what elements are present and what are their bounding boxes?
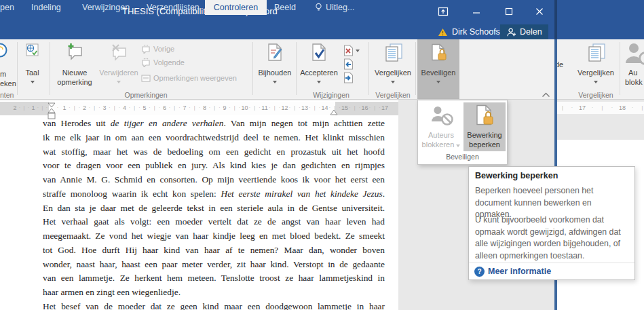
- smart-lookup-icon[interactable]: [0, 42, 9, 60]
- share-button[interactable]: Delen: [500, 24, 548, 39]
- new-comment-button[interactable]: Nieuwe opmerking: [54, 39, 95, 99]
- warning-icon: [438, 28, 448, 37]
- accept-change-icon: [310, 43, 328, 62]
- track-changes-label: Bijhouden: [255, 69, 295, 77]
- delete-comment-icon: [110, 43, 128, 62]
- language-button[interactable]: Taal: [18, 39, 47, 99]
- tab-tell-me[interactable]: Uitleg...: [315, 0, 354, 15]
- block-authors-icon[interactable]: [624, 42, 644, 65]
- maximize-button[interactable]: [499, 4, 519, 19]
- tooltip-divider: [469, 263, 634, 263]
- next-change-icon: [343, 72, 354, 83]
- background-compare-label: Vergelijken: [575, 69, 617, 77]
- accept-change-button[interactable]: Accepteren: [297, 39, 341, 99]
- ribbon-divider: [296, 42, 297, 95]
- tab-verwijzingen[interactable]: Verwijzingen: [82, 0, 130, 15]
- track-changes-icon: [266, 43, 284, 62]
- protect-dropdown: Auteurs blokkeren Bewerking beperken Bev…: [417, 100, 508, 165]
- tab-ontwerpen-partial[interactable]: pen: [0, 0, 14, 15]
- ribbon-display-options-icon: [438, 6, 449, 17]
- restrict-editing-icon: [474, 104, 495, 127]
- previous-comment-button[interactable]: Vorige: [141, 43, 174, 54]
- minimize-icon: [472, 7, 480, 16]
- background-partial-label: de: [557, 60, 569, 69]
- document-text: van Herodes uit de tijger en andere verh…: [43, 117, 385, 310]
- background-gap: [557, 114, 644, 140]
- background-compare-button[interactable]: Vergelijken: [575, 39, 617, 99]
- previous-change-icon: [343, 58, 354, 70]
- restrict-editing-tooltip: Bewerking beperken Beperken hoeveel pers…: [468, 166, 635, 280]
- document-line: straffe monoloog waarin ik echt kon spel…: [43, 187, 385, 201]
- document-line: haar armen en zingt een wiegenliedje.: [43, 286, 385, 300]
- next-change-button[interactable]: [343, 72, 354, 86]
- restrict-editing-button[interactable]: Bewerking beperken: [463, 102, 506, 151]
- tooltip-paragraph-2: U kunt bijvoorbeeld voorkomen dat opmaak…: [475, 214, 630, 262]
- reject-change-icon: [343, 45, 354, 56]
- comments-group-label: Opmerkingen: [115, 91, 176, 99]
- next-comment-icon: [141, 58, 151, 67]
- background-window-titlebar: [557, 0, 644, 39]
- delete-comment-label: Verwijderen: [96, 69, 141, 77]
- more-info-link[interactable]: Meer informatie: [488, 267, 551, 276]
- ribbon-divider: [620, 42, 620, 95]
- compare-group-label: Vergelijken: [372, 91, 414, 99]
- previous-change-button[interactable]: [343, 58, 354, 73]
- tab-indeling[interactable]: Indeling: [31, 0, 61, 15]
- ruler-text-area: [49, 102, 335, 115]
- tab-beeld[interactable]: Beeld: [274, 0, 296, 15]
- protect-group-label: Beveiligen: [418, 153, 507, 161]
- ribbon-divider: [252, 42, 253, 95]
- close-button[interactable]: [529, 4, 550, 19]
- lightbulb-icon: [315, 3, 322, 12]
- block-authors-button[interactable]: Auteurs blokkeren: [420, 102, 462, 151]
- collapse-ribbon-icon[interactable]: [542, 92, 550, 98]
- account-area[interactable]: Dirk Schoofs: [438, 27, 500, 37]
- show-comments-button[interactable]: Opmerkingen weergeven: [141, 73, 237, 83]
- restrict-editing-label-line2: beperken: [463, 140, 506, 149]
- minimize-button[interactable]: [466, 4, 487, 19]
- block-authors-label-line1: Auteurs: [420, 131, 462, 139]
- ribbon-divider: [50, 42, 50, 95]
- new-comment-label-line2: opmerking: [54, 78, 95, 86]
- user-name: Dirk Schoofs: [452, 27, 500, 37]
- document-line: voor te dragen voor een publiek en jury.…: [43, 159, 385, 173]
- changes-group-label: Wijzigingen: [297, 91, 365, 99]
- compare-icon: [586, 43, 607, 62]
- previous-comment-label: Vorige: [153, 45, 174, 53]
- compare-button[interactable]: Vergelijken: [372, 39, 414, 99]
- show-comments-icon: [141, 74, 151, 83]
- document-line: van Annie M. G. Schmid en consorten. Op …: [43, 173, 385, 187]
- ribbon-divider: [415, 42, 416, 95]
- document-line: wat stoffig, maar het was de bedoeling o…: [43, 145, 385, 159]
- document-line: meegemaakt. Ze vond het wiegje van haar …: [43, 229, 385, 244]
- maximize-icon: [505, 7, 513, 16]
- right-indent-marker[interactable]: [330, 109, 338, 115]
- background-block-authors-line2: blokk: [625, 78, 644, 86]
- smart-lookup-label-line1: m: [0, 70, 10, 78]
- tab-controleren[interactable]: Controleren: [205, 0, 267, 15]
- reject-change-button[interactable]: [343, 45, 360, 56]
- ribbon-display-options-button[interactable]: [433, 4, 453, 19]
- background-compare-group-label: Vergelijken: [575, 91, 617, 99]
- next-comment-button[interactable]: Volgende: [141, 57, 185, 68]
- ruler: 2·|·1·|·1·|·2·|·3·|·4·|·5·|·6·|·7·|·8·|·…: [0, 102, 398, 115]
- delete-comment-button[interactable]: Verwijderen: [96, 39, 141, 99]
- document-line: ik me elk jaar in om aan een voordrachtw…: [43, 131, 385, 145]
- compare-icon: [383, 43, 404, 62]
- background-ruler: 17·|·18·|·|·: [557, 102, 644, 114]
- document-line: En dan sta je daar met de geleerde tekst…: [43, 201, 385, 216]
- compare-label: Vergelijken: [372, 69, 414, 77]
- tooltip-title: Bewerking beperken: [475, 171, 558, 180]
- share-label: Delen: [520, 27, 542, 37]
- protect-button[interactable]: Beveiligen: [417, 39, 459, 99]
- language-icon: [26, 43, 39, 56]
- document-line: Het besef van de moeder dat ze geen kind…: [43, 300, 385, 310]
- new-comment-label-line1: Nieuwe: [54, 69, 95, 77]
- close-icon: [535, 7, 544, 16]
- previous-comment-icon: [141, 45, 151, 54]
- document-line: tot God. Hoe durft Hij haar kind van haa…: [43, 244, 385, 258]
- track-changes-button[interactable]: Bijhouden: [255, 39, 295, 99]
- tab-verzendlijsten[interactable]: Verzendlijsten: [147, 0, 200, 15]
- protect-label: Beveiligen: [417, 69, 459, 77]
- new-comment-icon: [66, 43, 84, 61]
